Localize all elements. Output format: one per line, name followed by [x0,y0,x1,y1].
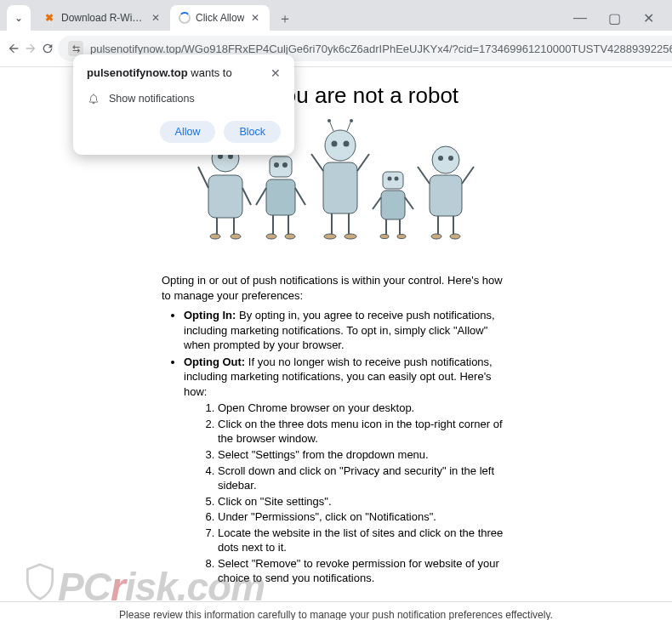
svg-point-51 [432,146,459,173]
reload-button[interactable] [41,36,54,61]
loading-spinner-icon [179,12,191,24]
tab-strip: ⌄ ✖ Download R-Wipe & Clean 20. ✕ Click … [0,0,672,31]
maximize-button[interactable]: ▢ [597,5,631,31]
svg-point-53 [448,156,453,161]
chevron-down-icon: ⌄ [14,12,23,24]
svg-rect-41 [383,172,403,189]
svg-rect-26 [323,162,357,213]
svg-point-49 [397,235,406,239]
allow-button[interactable]: Allow [160,121,216,143]
minimize-button[interactable]: — [563,5,597,31]
step-item: Select "Remove" to revoke permission for… [218,556,510,586]
svg-point-43 [395,177,399,181]
reload-icon [41,42,54,55]
svg-point-59 [450,234,460,239]
svg-line-34 [311,154,323,171]
svg-point-19 [282,162,288,168]
svg-point-29 [344,141,350,147]
instructions-block: Opting in or out of push notifications i… [162,273,510,586]
svg-line-44 [373,197,381,209]
steps-list: Open Chrome browser on your desktop.Clic… [184,401,510,586]
close-icon[interactable]: ✕ [249,12,261,24]
svg-line-11 [242,188,251,205]
intro-text: Opting in or out of push notifications i… [162,273,510,303]
popup-wants: wants to [188,66,232,79]
svg-line-21 [295,188,305,205]
tab-click-allow[interactable]: Click Allow ✕ [170,5,270,31]
window-controls: — ▢ ✕ [563,5,665,31]
svg-point-39 [345,234,356,239]
tab-search-caret[interactable]: ⌄ [7,5,31,31]
svg-point-27 [325,130,356,161]
forward-button[interactable] [24,36,37,61]
svg-point-42 [388,177,392,181]
permission-label: Show notifications [109,93,195,105]
step-item: Scroll down and click on "Privacy and se… [218,464,510,493]
svg-rect-4 [208,175,242,218]
svg-line-10 [198,167,208,188]
svg-point-33 [350,119,353,122]
step-item: Click on "Site settings". [218,494,510,509]
svg-line-55 [462,167,474,184]
svg-line-35 [357,154,369,171]
svg-line-32 [347,122,350,131]
step-item: Select "Settings" from the dropdown menu… [218,447,510,463]
permission-row: Show notifications [87,92,281,105]
block-button[interactable]: Block [224,121,281,143]
svg-point-24 [266,234,276,239]
tab-title: Download R-Wipe & Clean 20. [61,12,145,24]
svg-point-52 [438,156,443,161]
svg-point-18 [274,162,279,168]
svg-line-30 [330,122,333,131]
popup-site: pulsenotifynow.top [87,66,188,79]
bell-icon [87,92,100,105]
arrow-right-icon [24,42,37,55]
svg-point-58 [431,234,441,239]
svg-line-45 [405,197,413,209]
step-item: Open Chrome browser on your desktop. [218,401,510,416]
opt-out-label: Opting Out: [184,356,245,368]
svg-point-28 [332,141,338,147]
opt-out-item: Opting Out: If you no longer wish to rec… [184,355,510,586]
favicon-x-icon: ✖ [43,11,56,25]
popup-title: pulsenotifynow.top wants to [87,66,232,79]
popup-close-button[interactable]: ✕ [271,66,281,80]
svg-point-31 [327,119,331,122]
step-item: Locate the website in the list of sites … [218,526,510,555]
back-button[interactable] [7,36,20,61]
svg-point-15 [231,234,241,239]
opt-in-item: Opting In: By opting in, you agree to re… [184,308,510,353]
svg-rect-50 [430,175,462,216]
new-tab-button[interactable]: ＋ [273,7,297,31]
arrow-left-icon [7,42,20,55]
svg-point-48 [380,235,389,239]
svg-rect-17 [270,156,292,177]
svg-rect-40 [381,191,405,219]
tab-rwipe[interactable]: ✖ Download R-Wipe & Clean 20. ✕ [34,5,170,31]
footer-note: Please review this information carefully… [0,601,672,620]
close-window-button[interactable]: ✕ [631,5,665,31]
svg-point-38 [324,234,336,239]
svg-point-14 [210,234,220,239]
svg-point-25 [285,234,295,239]
opt-in-label: Opting In: [184,309,236,321]
svg-rect-16 [266,179,295,215]
notification-permission-popup: pulsenotifynow.top wants to ✕ Show notif… [73,54,294,155]
svg-line-54 [418,167,430,184]
tab-title: Click Allow [196,12,244,24]
svg-line-20 [256,188,266,205]
close-icon[interactable]: ✕ [150,12,162,24]
url-text: pulsenotifynow.top/WGo918FRxEP4CuljGe6ri… [90,43,672,55]
step-item: Under "Permissions", click on "Notificat… [218,509,510,525]
step-item: Click on the three dots menu icon in the… [218,417,510,447]
